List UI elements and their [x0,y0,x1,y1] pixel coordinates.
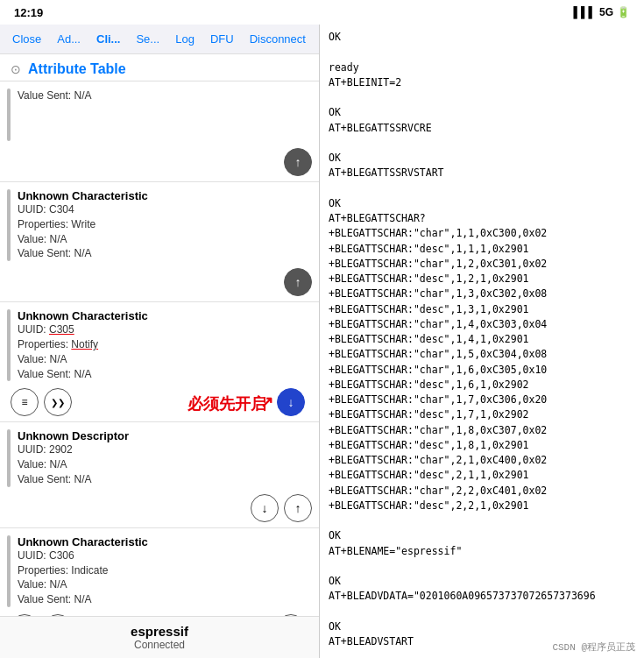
nav-bar: Close Ad... Cli... Se... Log DFU Disconn… [0,25,319,54]
network-type: 5G [599,6,613,18]
signal-bars-icon: ▌▌▌ [573,6,596,18]
se-button[interactable]: Se... [131,30,165,48]
watermark: CSDN @程序员正茂 [552,640,635,655]
valuesent-2902: Value Sent: N/A [18,472,312,487]
char-actions-c304 [0,265,319,301]
log-button[interactable]: Log [170,30,200,48]
uuid-c305: UUID: C305 [18,322,312,337]
red-arrow-icon: ↗ [260,393,273,412]
uuid-c304: UUID: C304 [18,202,312,217]
props-c304: Properties: Write [18,217,312,232]
cli-button[interactable]: Cli... [91,30,125,48]
ad-button[interactable]: Ad... [52,30,86,48]
char-label-c304: Unknown Characteristic [18,189,312,202]
right-panel: OK ready AT+BLEINIT=2 OK AT+BLEGATTSSRVC… [320,25,644,658]
char-actions-0 [0,145,319,181]
value-2902: Value: N/A [18,457,312,472]
uuid-2902: UUID: 2902 [18,442,312,457]
up-button-0[interactable] [284,148,312,176]
char-block-c304: Unknown Characteristic UUID: C304 Proper… [0,182,319,302]
char-block-c306: Unknown Characteristic UUID: C306 Proper… [0,528,319,616]
status-time: 12:19 [14,6,43,19]
battery-icon: 🔋 [617,6,630,18]
props-c306: Properties: Indicate [18,563,312,578]
uuid-c306: UUID: C306 [18,548,312,563]
char-block-c305: Unknown Characteristic UUID: C305 Proper… [0,302,319,422]
char-block-2902: Unknown Descriptor UUID: 2902 Value: N/A… [0,422,319,527]
down-button-2902[interactable] [251,494,279,522]
dfu-button[interactable]: DFU [205,30,239,48]
up-button-2902[interactable] [284,494,312,522]
char-actions-2902 [0,491,319,527]
device-status: Connected [11,639,308,651]
close-button[interactable]: Close [7,30,46,48]
listen-button-c305[interactable] [44,388,72,416]
char-label-c306: Unknown Characteristic [18,535,312,548]
char-label-2902: Unknown Descriptor [18,429,312,442]
value-c306: Value: N/A [18,577,312,592]
valuesent-c306: Value Sent: N/A [18,592,312,607]
section-title: Attribute Table [28,61,126,77]
read-button-c305[interactable] [11,388,39,416]
bottom-bar: espressif Connected [0,616,319,658]
left-panel: Close Ad... Cli... Se... Log DFU Disconn… [0,25,320,658]
props-c305: Properties: Notify [18,337,312,352]
valuesent-c305: Value Sent: N/A [18,367,312,382]
section-header: ⊙ Attribute Table [0,54,319,81]
down-blue-button-c305[interactable]: ↓ [277,388,305,416]
device-name: espressif [11,624,308,639]
status-icons: ▌▌▌ 5G 🔋 [573,6,630,18]
section-icon: ⊙ [11,62,21,76]
disconnect-button[interactable]: Disconnect [244,30,311,48]
value-c304: Value: N/A [18,232,312,247]
char-actions-c305: ↗ ↓ [0,385,319,421]
up-button-c304[interactable] [284,268,312,296]
value-sent-0: Value Sent: N/A [18,88,312,103]
terminal-output: OK ready AT+BLEINIT=2 OK AT+BLEGATTSSRVC… [329,30,635,658]
status-bar: 12:19 ▌▌▌ 5G 🔋 [0,0,644,25]
char-block-0: Value Sent: N/A [0,81,319,182]
attribute-list: Value Sent: N/A Unknown Characteristic U… [0,81,319,616]
char-label-c305: Unknown Characteristic [18,309,312,322]
value-c305: Value: N/A [18,352,312,367]
valuesent-c304: Value Sent: N/A [18,246,312,261]
